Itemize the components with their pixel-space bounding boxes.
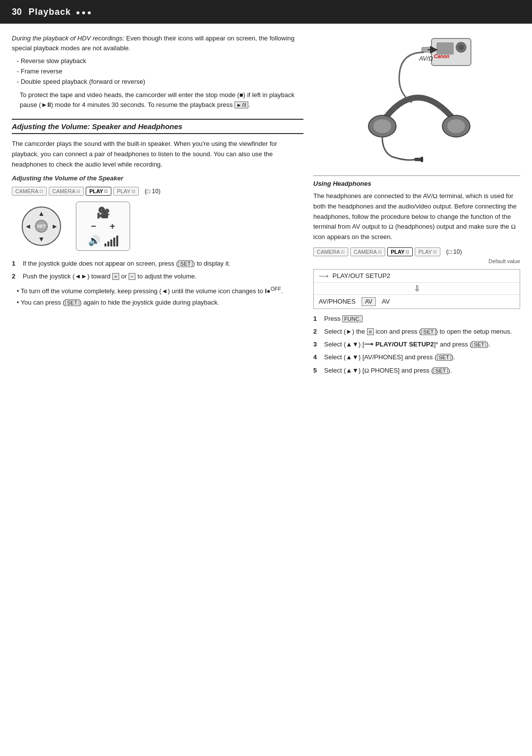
func-button: FUNC. — [342, 315, 363, 322]
menu-icon: ≡ — [367, 328, 374, 335]
omega-symbol-2: Ω — [389, 223, 394, 230]
svg-point-3 — [458, 44, 464, 50]
r-step-5-text: Select (▲▼) [Ω PHONES] and press (SET). — [324, 366, 520, 376]
setup-row-arrow: ⇩ — [314, 283, 520, 295]
set-r-4: SET — [437, 354, 451, 361]
intro-italic-label: During the playback of HDV recordings: — [12, 34, 124, 42]
svg-point-11 — [447, 119, 465, 133]
mode-btn-r-camera1: CAMERA ⊡ — [313, 247, 348, 256]
mode-btn-r-camera2: CAMERA ⊟ — [350, 247, 385, 256]
vol-plus: + — [110, 221, 115, 232]
joystick-icon: ◄ ► ▲ ▼ SET — [22, 206, 61, 246]
mode-btn-r-play1-active: PLAY ⊡ — [387, 247, 413, 256]
av-phones-label: AV/PHONES — [319, 298, 356, 305]
step-2-sub2: • You can press (SET) again to hide the … — [12, 298, 303, 308]
vol-bar — [104, 235, 118, 246]
svg-text:Canon: Canon — [434, 54, 449, 59]
intro-section: During the playback of HDV recordings: E… — [12, 34, 303, 110]
page: 30 Playback ●●● During the playback of H… — [0, 0, 532, 756]
mode-btn-play2: PLAY ⊟ — [113, 187, 138, 196]
minus-symbol: − — [129, 273, 135, 280]
r-step-4-text: Select (▲▼) [AV/PHONES] and press (SET). — [324, 352, 520, 362]
r-step-2-text: Select (►) the ≡ icon and press (SET) to… — [324, 327, 520, 337]
play-out-icon: ⟶ — [319, 272, 329, 280]
step-2-text: Push the joystick (◄►) toward + or − to … — [23, 272, 303, 281]
setup-row-2: AV/PHONES AV AV — [314, 295, 520, 309]
person-icon: 🎥 — [97, 206, 110, 219]
svg-rect-1 — [436, 42, 454, 55]
left-column: During the playback of HDV recordings: E… — [12, 34, 303, 378]
mode-btn-camera1: CAMERA ⊡ — [12, 187, 47, 196]
indent-text: To protect the tape and video heads, the… — [12, 90, 303, 110]
r-step-1: 1 Press FUNC. — [313, 314, 520, 324]
mode-btn-play1-active: PLAY ⊡ — [86, 187, 111, 196]
mode-btn-camera2: CAMERA ⊟ — [49, 187, 84, 196]
omega-symbol-3: Ω — [511, 223, 516, 230]
list-item: Double speed playback (forward or revers… — [17, 77, 303, 87]
set-r-2: SET — [421, 328, 435, 335]
mode-bar-right: CAMERA ⊡ CAMERA ⊟ PLAY ⊡ PLAY ⊟ (□ 10) — [313, 247, 520, 256]
step-num-1: 1 — [12, 259, 19, 269]
step-2: 2 Push the joystick (◄►) toward + or − t… — [12, 272, 303, 281]
step-1: 1 If the joystick guide does not appear … — [12, 259, 303, 269]
steps-left: 1 If the joystick guide does not appear … — [12, 259, 303, 308]
using-headphones-section: Using Headphones The headphones are conn… — [313, 175, 520, 376]
mode-btn-r-play2: PLAY ⊟ — [415, 247, 440, 256]
omega-symbol-1: Ω — [433, 192, 438, 200]
main-content: During the playback of HDV recordings: E… — [0, 24, 532, 388]
r-step-num-5: 5 — [313, 366, 320, 376]
down-arrow: ⇩ — [414, 284, 420, 293]
vol-minus: − — [91, 221, 96, 232]
step-1-text: If the joystick guide does not appear on… — [23, 259, 303, 269]
joystick-illustration: ◄ ► ▲ ▼ SET 🎥 − + 🔊 — [22, 202, 303, 251]
page-header: 30 Playback ●●● — [0, 0, 532, 24]
bullet-list: Reverse slow playback Frame reverse Doub… — [12, 56, 303, 87]
mode-page-ref-left: (□ 10) — [145, 188, 161, 195]
list-item: Frame reverse — [17, 67, 303, 77]
svg-text:AV/Ω: AV/Ω — [419, 55, 433, 62]
vol-row: 🔊 — [88, 235, 118, 246]
page-number: 30 — [12, 7, 22, 17]
play-out-label: PLAY/OUT SETUP2 — [332, 272, 390, 279]
svg-rect-13 — [421, 157, 423, 162]
set-r-5: SET — [433, 367, 448, 374]
r-step-3-text: Select (▲▼) [⟶ PLAY/OUT SETUP2]* and pre… — [324, 340, 520, 349]
setup-menu: ⟶ PLAY/OUT SETUP2 ⇩ AV/PHONES AV AV — [313, 269, 520, 309]
speaker-icon: 🔊 — [88, 235, 100, 246]
default-value-label: Default value — [313, 258, 520, 264]
using-headphones-heading: Using Headphones — [313, 180, 520, 187]
svg-point-9 — [373, 119, 391, 133]
r-step-1-text: Press FUNC. — [324, 314, 520, 324]
headphones-illustration: AV/Ω Canon — [313, 34, 520, 167]
vol-arrows: − + — [91, 221, 115, 232]
joystick-arrow-right: ► — [51, 222, 58, 230]
r-step-3: 3 Select (▲▼) [⟶ PLAY/OUT SETUP2]* and p… — [313, 340, 520, 349]
joystick-arrow-left: ◄ — [25, 222, 32, 230]
set-r-3: SET — [472, 341, 486, 348]
steps-right: 1 Press FUNC. 2 Select (►) the ≡ icon an… — [313, 314, 520, 376]
sub-heading-speaker: Adjusting the Volume of the Speaker — [12, 174, 303, 182]
headphones-svg: AV/Ω Canon — [343, 34, 491, 167]
step-num-2: 2 — [12, 272, 19, 281]
section-heading-volume: Adjusting the Volume: Speaker and Headph… — [12, 119, 303, 134]
step-2-sub1: • To turn off the volume completely, kee… — [12, 285, 303, 297]
omega-step5: Ω — [364, 367, 369, 374]
r-step-num-1: 1 — [313, 314, 320, 324]
set-symbol-2: SET — [65, 299, 79, 306]
joystick-arrow-down: ▼ — [38, 235, 45, 243]
right-column: AV/Ω Canon — [313, 34, 520, 378]
plus-symbol: + — [112, 273, 119, 280]
using-headphones-body: The headphones are connected to the AV/Ω… — [313, 191, 520, 242]
mode-page-ref-right: (□ 10) — [446, 248, 462, 255]
joystick-arrow-up: ▲ — [38, 209, 45, 217]
page-title: Playback ●●● — [29, 7, 93, 17]
set-symbol: SET — [178, 260, 193, 267]
r-step-num-2: 2 — [313, 327, 320, 337]
r-step-num-4: 4 — [313, 352, 320, 362]
av-text: AV — [382, 298, 390, 305]
volume-guide-box: 🎥 − + 🔊 — [76, 202, 130, 251]
intro-italic-para: During the playback of HDV recordings: E… — [12, 34, 303, 53]
mode-bar-left: CAMERA ⊡ CAMERA ⊟ PLAY ⊡ PLAY ⊟ (□ 10) — [12, 187, 303, 196]
body-text-speaker: The camcorder plays the sound with the b… — [12, 139, 303, 170]
list-item: Reverse slow playback — [17, 56, 303, 67]
